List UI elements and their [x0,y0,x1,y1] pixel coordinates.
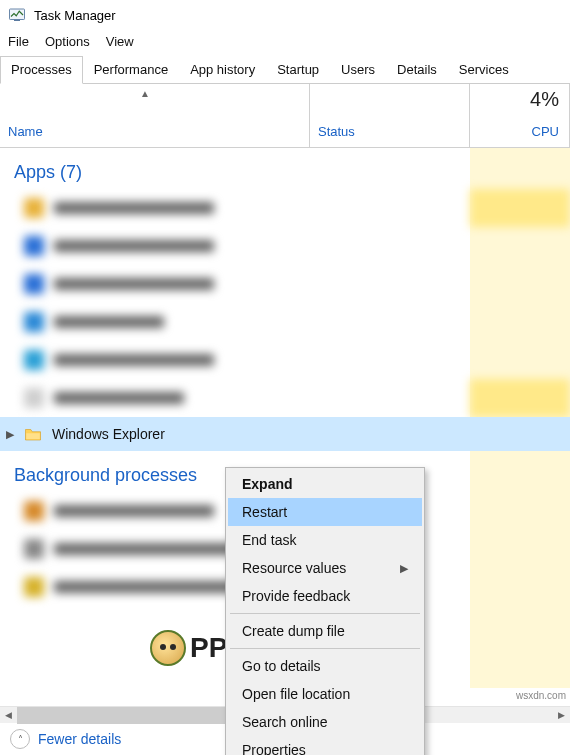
column-name[interactable]: Name [0,84,310,147]
svg-rect-1 [14,20,20,22]
menu-separator [230,648,420,649]
menu-item-restart[interactable]: Restart [228,498,422,526]
scroll-left-icon[interactable]: ◀ [0,707,17,724]
folder-icon [24,426,42,442]
menu-options[interactable]: Options [45,34,90,49]
menu-item-create-dump[interactable]: Create dump file [228,617,422,645]
process-row[interactable] [0,341,570,379]
menu-item-open-file-location[interactable]: Open file location [228,680,422,708]
menu-item-expand[interactable]: Expand [228,470,422,498]
expand-caret-icon[interactable]: ▶ [6,428,24,441]
process-row[interactable] [0,303,570,341]
context-menu: Expand Restart End task Resource values … [225,467,425,755]
menu-item-label: Resource values [242,560,346,576]
process-row[interactable] [0,227,570,265]
svg-rect-2 [26,433,40,439]
process-row[interactable] [0,379,570,417]
fewer-details-link[interactable]: Fewer details [38,731,121,747]
column-status[interactable]: Status [310,84,470,147]
group-apps[interactable]: Apps (7) [0,148,570,189]
menu-item-search-online[interactable]: Search online [228,708,422,736]
tab-performance[interactable]: Performance [83,56,179,84]
menu-view[interactable]: View [106,34,134,49]
cpu-label: CPU [480,124,559,139]
menu-item-resource-values[interactable]: Resource values ▶ [228,554,422,582]
process-row[interactable] [0,265,570,303]
overlay-face-icon [150,630,186,666]
menu-separator [230,613,420,614]
task-manager-icon [8,6,26,24]
process-name: Windows Explorer [52,426,165,442]
process-row-selected[interactable]: ▶ Windows Explorer [0,417,570,451]
sort-indicator-icon: ▲ [140,88,150,99]
submenu-arrow-icon: ▶ [400,562,408,575]
tab-app-history[interactable]: App history [179,56,266,84]
menu-item-end-task[interactable]: End task [228,526,422,554]
tab-details[interactable]: Details [386,56,448,84]
watermark: wsxdn.com [516,690,566,701]
column-headers: ▲ Name Status 4% CPU [0,84,570,148]
tab-startup[interactable]: Startup [266,56,330,84]
tab-services[interactable]: Services [448,56,520,84]
column-cpu[interactable]: 4% CPU [470,84,570,147]
menu-item-provide-feedback[interactable]: Provide feedback [228,582,422,610]
tab-processes[interactable]: Processes [0,56,83,84]
chevron-up-icon[interactable]: ˄ [10,729,30,749]
menu-bar: File Options View [0,30,570,55]
cpu-total: 4% [480,88,559,111]
tab-strip: Processes Performance App history Startu… [0,55,570,84]
scroll-right-icon[interactable]: ▶ [553,707,570,724]
tab-users[interactable]: Users [330,56,386,84]
menu-file[interactable]: File [8,34,29,49]
window-title: Task Manager [34,8,116,23]
menu-item-properties[interactable]: Properties [228,736,422,755]
process-row[interactable] [0,189,570,227]
menu-item-go-to-details[interactable]: Go to details [228,652,422,680]
